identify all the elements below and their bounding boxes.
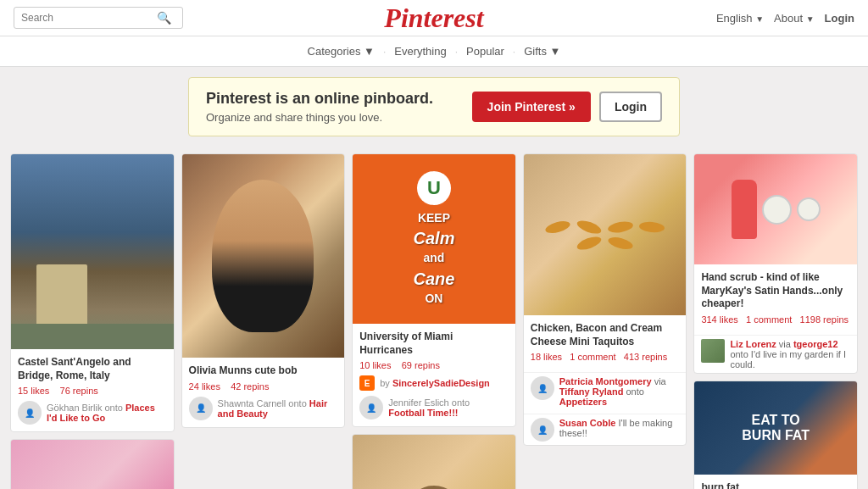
rome-user-avatar: 👤 [18,401,42,425]
taquitos-title: Chicken, Bacon and Cream Cheese Mini Taq… [531,322,680,348]
susan-link[interactable]: Susan Coble [559,418,616,428]
burnfat-image[interactable]: EAT TOBURN FAT [694,381,857,475]
login-button[interactable]: Login [825,12,854,25]
header: 🔍 Pinterest English ▼ About ▼ Login [0,0,868,36]
column-1: Castel Sant'Angelo and Bridge, Rome, Ita… [10,153,175,489]
etsy-badge: E [359,375,375,391]
tgeorge-link[interactable]: tgeorge12 [793,339,838,349]
cat-shape [409,486,459,489]
woman-image[interactable] [182,154,345,358]
woman-meta: 24 likes 42 repins [189,381,338,392]
column-4: Chicken, Bacon and Cream Cheese Mini Taq… [523,153,687,489]
liz-link[interactable]: Liz Lorenz [730,339,776,349]
jar-shape-2 [797,197,821,221]
woman-face [212,180,314,332]
burnfat-card-body: burn fat 143 likes 3 comments 608 repins [694,475,857,489]
rome-meta: 15 likes 76 repins [18,386,167,396]
banner-text: Pinterest is an online pinboard. Organiz… [206,90,433,124]
u-logo: U [417,171,451,205]
rome-user-row: 👤 Gökhan Birlik onto Places I'd Like to … [18,401,167,425]
banner-buttons: Join Pinterest Login [472,92,662,122]
nav-separator: · [455,46,458,58]
everything-link[interactable]: Everything [389,43,451,59]
taquitos-card: Chicken, Bacon and Cream Cheese Mini Taq… [523,153,687,446]
miami-pinner-row: 👤 Jennifer Eslich onto Football Time!!! [359,396,509,420]
taquitos-meta: 18 likes 1 comment 413 repins [531,352,680,362]
woman-likes: 24 likes [189,381,220,392]
bottle-shape [732,180,757,239]
taquitos-image[interactable] [524,154,687,315]
handwash-repins: 1198 repins [800,314,849,325]
handwash-card-body: Hand scrub - kind of like MaryKay's Sati… [694,264,857,331]
woman-repins: 42 repins [231,381,269,392]
miami-likes: 10 likes [359,360,391,370]
taquitos-user1-avatar: 👤 [531,376,554,400]
taquitos-user1-text: Patricia Montgomery via Tiffany Ryland o… [559,376,680,407]
miami-repins: 69 repins [402,360,440,370]
search-icon: 🔍 [157,11,171,25]
chevron-down-icon: ▼ [755,14,764,24]
language-selector[interactable]: English ▼ [716,12,764,25]
logo[interactable]: Pinterest [384,3,483,34]
taquitos-user2-row: 👤 Susan Coble I'll be making these!! [524,414,687,445]
miami-text: KEEPCalmandCaneON [414,210,455,308]
rome-likes: 15 likes [18,386,49,396]
rome-repins: 76 repins [60,386,98,396]
flowers-card [10,439,175,489]
handwash-meta: 314 likes 1 comment 1198 repins [701,314,850,325]
handwash-user-row: Liz Lorenz via tgeorge12 onto I'd live i… [694,335,857,373]
gifts-menu[interactable]: Gifts ▼ [519,43,565,59]
handwash-title: Hand scrub - kind of like MaryKay's Sati… [701,271,850,311]
about-link[interactable]: About ▼ [774,12,815,25]
join-pinterest-button[interactable]: Join Pinterest [472,92,591,122]
taquito-5 [576,234,603,253]
miami-pinner-text: Jennifer Eslich onto Football Time!!! [388,397,509,418]
handwash-card: Hand scrub - kind of like MaryKay's Sati… [693,153,858,374]
miami-title: University of Miami Hurricanes [359,331,509,357]
chevron-down-icon: ▼ [806,14,815,24]
banner-login-button[interactable]: Login [599,92,662,122]
rome-image[interactable] [11,154,174,349]
search-box[interactable]: 🔍 [14,7,183,29]
patricia-link[interactable]: Patricia Montgomery [559,376,652,386]
miami-meta: 10 likes 69 repins [359,360,509,370]
rome-user-text: Gökhan Birlik onto Places I'd Like to Go [47,403,167,423]
miami-user-text: by SincerelySadieDesign [380,378,490,388]
via-text: via [654,376,666,386]
taquito-1 [544,219,571,235]
cat-image[interactable] [353,435,515,489]
miami-designer-link[interactable]: SincerelySadieDesign [392,378,490,388]
banner-title: Pinterest is an online pinboard. [206,90,433,108]
taquito-4 [639,220,665,233]
taquitos-user2-text: Susan Coble I'll be making these!! [559,418,680,438]
column-3: U KEEPCalmandCaneON University of Miami … [352,153,516,489]
flowers-image[interactable] [11,440,174,489]
rome-card: Castel Sant'Angelo and Bridge, Rome, Ita… [10,153,175,432]
handwash-likes: 314 likes [701,314,737,325]
woman-card: Olivia Munns cute bob 24 likes 42 repins… [181,153,346,428]
taquitos-user1-row: 👤 Patricia Montgomery via Tiffany Ryland… [524,372,687,410]
miami-board-link[interactable]: Football Time!!! [388,408,458,418]
column-5: Hand scrub - kind of like MaryKay's Sati… [693,153,858,489]
taquito-3 [607,219,634,234]
column-2: Olivia Munns cute bob 24 likes 42 repins… [181,153,346,489]
rome-title: Castel Sant'Angelo and Bridge, Rome, Ita… [18,356,167,382]
miami-card-body: University of Miami Hurricanes 10 likes … [353,324,515,426]
appetizers-link[interactable]: Appetizers [559,397,607,407]
onto-text: onto [626,386,643,397]
search-input[interactable] [21,12,157,24]
categories-menu[interactable]: Categories ▼ [303,43,380,59]
popular-link[interactable]: Popular [461,43,509,59]
handwash-image[interactable] [694,154,857,264]
jar-shape [762,195,792,225]
cat-card [352,434,516,489]
miami-image[interactable]: U KEEPCalmandCaneON [353,154,515,324]
banner: Pinterest is an online pinboard. Organiz… [188,77,680,136]
nav-separator: · [513,46,515,58]
woman-card-body: Olivia Munns cute bob 24 likes 42 repins… [182,358,345,427]
miami-user-row: E by SincerelySadieDesign [359,375,509,391]
tiffany-link[interactable]: Tiffany Ryland [559,386,624,397]
taquitos-card-body: Chicken, Bacon and Cream Cheese Mini Taq… [524,315,687,369]
header-right: English ▼ About ▼ Login [716,12,854,25]
taquitos-user2-avatar: 👤 [531,418,554,442]
